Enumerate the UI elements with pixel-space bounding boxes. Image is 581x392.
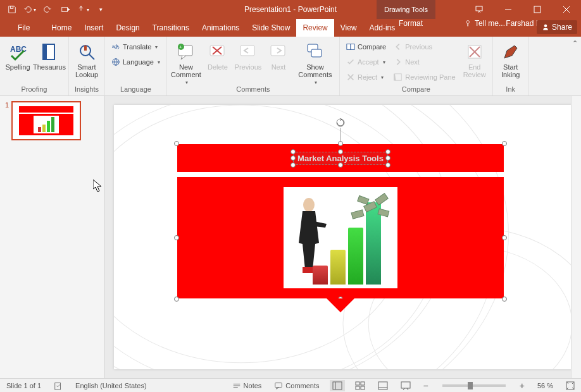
thesaurus-button[interactable]: Thesaurus (34, 39, 65, 71)
translate-button[interactable]: aあTranslate▾ (109, 40, 163, 53)
tab-insert[interactable]: Insert (78, 19, 109, 37)
new-comment-button[interactable]: + New Comment▾ (171, 39, 201, 85)
zoom-slider[interactable] (442, 384, 506, 387)
compare-next-button: Next (391, 56, 458, 68)
slide-canvas[interactable]: Market Analysis Tools (114, 105, 572, 369)
qat-customize-icon[interactable]: ▾ (94, 3, 108, 16)
group-ink: Start Inking Ink (493, 37, 529, 95)
tell-me-search[interactable]: Tell me... (465, 19, 505, 28)
svg-rect-56 (275, 383, 282, 387)
collapse-ribbon-icon[interactable]: ⌃ (568, 37, 581, 95)
svg-text:ABC: ABC (10, 45, 27, 54)
reading-view-icon[interactable] (375, 380, 390, 391)
slide-title-textbox[interactable]: Market Analysis Tools (293, 152, 388, 165)
svg-rect-50 (358, 196, 369, 205)
save-icon[interactable] (5, 3, 19, 16)
language-button[interactable]: Language▾ (109, 56, 163, 68)
minimize-icon[interactable] (494, 0, 523, 19)
svg-point-9 (544, 25, 547, 28)
thumbnail-slide-1[interactable]: 1 (5, 101, 99, 140)
delete-comment-button: Delete (204, 39, 232, 71)
normal-view-icon[interactable] (330, 380, 345, 391)
svg-point-7 (466, 21, 470, 24)
svg-rect-59 (356, 382, 359, 385)
svg-line-14 (89, 54, 94, 59)
svg-text:+: + (179, 44, 182, 50)
zoom-out-button[interactable]: − (421, 381, 431, 391)
smart-lookup-button[interactable]: Smart Lookup (73, 39, 101, 78)
svg-rect-8 (467, 23, 468, 27)
money-icon (349, 192, 394, 224)
delete-comment-icon (208, 42, 228, 62)
svg-rect-61 (356, 386, 359, 389)
reject-button: Reject▾ (344, 71, 389, 83)
svg-rect-49 (375, 193, 388, 205)
tab-review[interactable]: Review (296, 19, 334, 37)
next-comment-button: Next (265, 39, 292, 71)
start-from-beginning-icon[interactable] (58, 3, 72, 16)
touch-mode-icon[interactable]: ▾ (76, 3, 90, 16)
previous-comment-icon (238, 42, 258, 62)
svg-rect-32 (395, 74, 402, 81)
tab-animations[interactable]: Animations (196, 19, 246, 37)
ribbon-tabs: File Home Insert Design Transitions Anim… (0, 19, 581, 37)
next-comment-icon (268, 42, 289, 62)
slide-sorter-view-icon[interactable] (353, 380, 368, 391)
tab-file[interactable]: File (11, 19, 36, 37)
spell-check-status-icon[interactable] (51, 381, 65, 390)
svg-rect-28 (347, 44, 351, 50)
end-review-button: End Review (461, 39, 489, 78)
spelling-button[interactable]: ABC Spelling (4, 39, 32, 71)
tab-slideshow[interactable]: Slide Show (246, 19, 296, 37)
language-status[interactable]: English (United States) (73, 382, 149, 389)
group-language: aあTranslate▾ Language▾ Language (105, 37, 167, 95)
end-review-icon (465, 42, 485, 62)
tab-view[interactable]: View (334, 19, 363, 37)
callout-body[interactable] (177, 177, 504, 298)
tab-home[interactable]: Home (45, 19, 78, 37)
accept-button: Accept▾ (344, 56, 389, 68)
redo-icon[interactable] (41, 3, 54, 16)
slide-editor[interactable]: Market Analysis Tools (105, 96, 581, 378)
group-compare: Compare Accept▾ Reject▾ Previous Next Re… (340, 37, 493, 95)
svg-rect-25 (271, 46, 285, 56)
comments-button[interactable]: Comments (272, 381, 322, 390)
compare-button[interactable]: Compare (344, 40, 389, 53)
rotate-handle-icon[interactable] (335, 118, 346, 128)
group-proofing: ABC Spelling Thesaurus Proofing (0, 37, 69, 95)
show-comments-button[interactable]: Show Comments▾ (295, 39, 335, 85)
tab-format[interactable]: Format (386, 19, 435, 28)
show-comments-icon (305, 42, 325, 62)
zoom-in-button[interactable]: + (517, 381, 527, 391)
slide-thumbnail-pane[interactable]: 1 (0, 96, 105, 378)
share-button[interactable]: Share (537, 20, 577, 34)
fit-to-window-icon[interactable] (563, 381, 577, 390)
quick-access-toolbar: ▾ ▾ ▾ (0, 0, 108, 19)
vertical-scrollbar[interactable] (571, 96, 581, 378)
window-title: Presentation1 - PowerPoint (244, 5, 337, 14)
group-insights: Smart Lookup Insights (69, 37, 105, 95)
notes-button[interactable]: Notes (230, 381, 265, 390)
svg-rect-27 (311, 49, 322, 57)
close-icon[interactable] (552, 0, 581, 19)
callout-shape[interactable]: Market Analysis Tools (177, 144, 504, 298)
svg-rect-57 (333, 382, 342, 389)
slide-position[interactable]: Slide 1 of 1 (4, 382, 44, 389)
maximize-icon[interactable] (523, 0, 552, 19)
window-controls (465, 0, 581, 19)
ribbon-options-icon[interactable] (465, 0, 494, 19)
undo-icon[interactable]: ▾ (23, 3, 37, 16)
title-bar: ▾ ▾ ▾ Presentation1 - PowerPoint Drawing… (0, 0, 581, 19)
chart-image[interactable] (284, 187, 397, 288)
svg-rect-63 (378, 382, 387, 389)
start-inking-button[interactable]: Start Inking (497, 39, 525, 78)
work-area: 1 Market Analysis Tools (0, 96, 581, 378)
svg-line-33 (394, 74, 395, 81)
ribbon: ABC Spelling Thesaurus Proofing Smart Lo… (0, 37, 581, 96)
tab-transitions[interactable]: Transitions (146, 19, 196, 37)
zoom-level[interactable]: 56 % (535, 382, 556, 389)
tab-design[interactable]: Design (109, 19, 146, 37)
svg-rect-51 (378, 209, 389, 217)
thumbnail-preview[interactable] (11, 101, 81, 140)
slideshow-view-icon[interactable] (398, 380, 413, 391)
